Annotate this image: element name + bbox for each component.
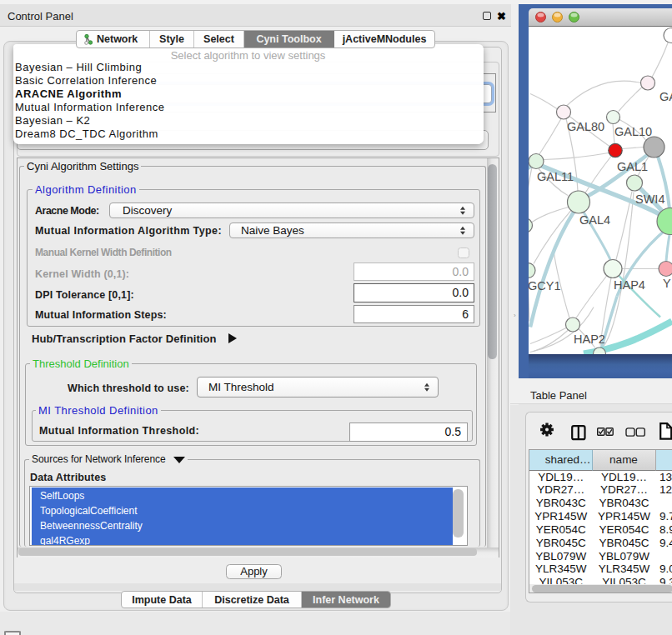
svg-text:GAL80: GAL80 xyxy=(567,119,604,132)
svg-text:GAL4: GAL4 xyxy=(579,212,610,226)
svg-text:GAL10: GAL10 xyxy=(614,124,652,138)
svg-text:GAL7: GAL7 xyxy=(659,89,672,102)
svg-text:GAL1: GAL1 xyxy=(617,159,648,172)
svg-text:HAP2: HAP2 xyxy=(574,332,605,345)
svg-text:GAL11: GAL11 xyxy=(537,169,574,182)
svg-text:GCY1: GCY1 xyxy=(529,278,561,292)
svg-text:SWI4: SWI4 xyxy=(635,192,664,205)
svg-text:HAP4: HAP4 xyxy=(614,278,645,291)
svg-text:Y: Y xyxy=(663,276,671,289)
